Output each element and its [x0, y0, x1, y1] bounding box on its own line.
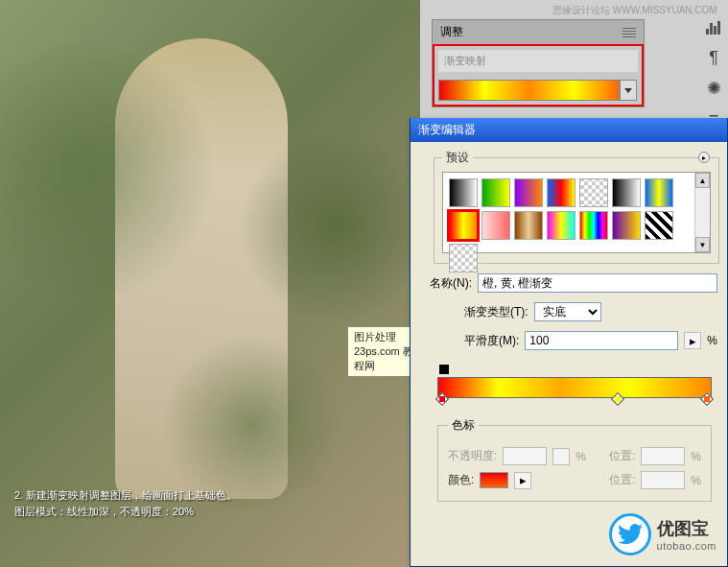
panel-tab-bar: 调整	[433, 20, 644, 44]
preset-swatch[interactable]	[481, 211, 510, 240]
preset-swatch[interactable]	[449, 211, 478, 240]
gradient-editor-dialog: 渐变编辑器 预设 ▲ ▼ ▸ 名称(N): 渐变类型(T): 实底 平滑度(M)…	[410, 118, 728, 567]
position-input	[641, 447, 685, 465]
preset-swatch[interactable]	[449, 244, 478, 272]
position-label: 位置:	[609, 448, 635, 464]
svg-rect-0	[706, 29, 709, 35]
gradient-bar[interactable]	[437, 377, 712, 398]
presets-fieldset: 预设 ▲ ▼ ▸	[434, 150, 719, 264]
wheel-icon[interactable]: ✺	[704, 79, 723, 98]
caption-line: 2. 新建渐变映射调整图层，给画面打上基础色。	[14, 487, 237, 504]
percent-label: %	[575, 450, 586, 463]
dialog-titlebar[interactable]: 渐变编辑器	[411, 118, 727, 142]
opacity-label: 不透明度:	[448, 448, 497, 464]
preset-scrollbar[interactable]: ▲ ▼	[694, 173, 710, 252]
percent-label: %	[691, 474, 701, 487]
opacity-dropdown-icon	[552, 448, 570, 465]
panel-content-highlighted: 渐变映射	[433, 44, 644, 106]
preset-swatch[interactable]	[449, 178, 478, 207]
smooth-input[interactable]	[525, 331, 678, 350]
brand-url: utobao.com	[657, 540, 716, 552]
caption-line: 图层模式：线性加深，不透明度：20%	[14, 504, 237, 520]
preset-flyout-icon[interactable]: ▸	[698, 152, 710, 163]
color-label: 颜色:	[448, 472, 474, 488]
opacity-stop[interactable]	[439, 365, 449, 374]
watermark-top: 思缘设计论坛 WWW.MISSYUAN.COM	[552, 4, 717, 17]
preset-swatch[interactable]	[645, 178, 673, 207]
gradient-dropdown-button[interactable]	[620, 80, 637, 101]
svg-rect-2	[714, 26, 716, 35]
smooth-row: 平滑度(M): ▸ %	[464, 331, 717, 350]
gradient-map-label: 渐变映射	[438, 50, 638, 72]
adjustments-panel: 调整 渐变映射	[432, 19, 645, 107]
gradient-edit-area	[437, 360, 712, 410]
dialog-title: 渐变编辑器	[418, 122, 476, 138]
gradient-preview[interactable]	[438, 80, 620, 101]
position-input-2	[641, 471, 685, 489]
histogram-icon[interactable]	[704, 17, 723, 36]
percent-label: %	[707, 334, 717, 347]
type-row: 渐变类型(T): 实底	[464, 302, 717, 321]
color-stops-row	[437, 398, 712, 410]
panel-menu-icon[interactable]	[622, 28, 636, 37]
type-label: 渐变类型(T):	[464, 304, 528, 320]
paragraph-icon[interactable]: ¶	[704, 48, 723, 67]
preset-swatch[interactable]	[547, 211, 575, 240]
name-row: 名称(N):	[430, 273, 717, 293]
stops-fieldset: 色标 不透明度: % 位置: % 颜色: ▸ 位置: %	[437, 417, 712, 502]
color-well[interactable]	[480, 472, 508, 488]
panel-tab-label[interactable]: 调整	[440, 24, 463, 40]
name-label: 名称(N):	[430, 275, 472, 292]
scroll-down-icon[interactable]: ▼	[695, 237, 710, 252]
preset-swatch[interactable]	[547, 178, 575, 207]
preset-swatch[interactable]	[579, 211, 608, 240]
color-dropdown-icon[interactable]: ▸	[514, 472, 531, 489]
preset-swatch[interactable]	[612, 211, 641, 240]
opacity-row: 不透明度: % 位置: %	[448, 447, 701, 465]
preset-swatch[interactable]	[514, 211, 543, 240]
type-select[interactable]: 实底	[534, 302, 601, 321]
image-bg	[0, 0, 420, 567]
presets-label: 预设	[442, 150, 473, 166]
preset-swatch[interactable]	[481, 178, 510, 207]
image-caption: 2. 新建渐变映射调整图层，给画面打上基础色。 图层模式：线性加深，不透明度：2…	[14, 487, 237, 519]
color-row: 颜色: ▸ 位置: %	[448, 471, 701, 489]
tutorial-image: 2. 新建渐变映射调整图层，给画面打上基础色。 图层模式：线性加深，不透明度：2…	[0, 0, 420, 567]
svg-rect-3	[717, 21, 720, 35]
smooth-label: 平滑度(M):	[464, 333, 519, 349]
svg-rect-1	[710, 23, 713, 35]
percent-label: %	[691, 450, 701, 463]
smooth-dropdown-icon[interactable]: ▸	[684, 332, 701, 349]
right-toolbar: ¶ ✺ ≡	[702, 17, 725, 129]
preset-swatch[interactable]	[579, 178, 608, 207]
name-input[interactable]	[478, 273, 717, 293]
opacity-input	[503, 447, 547, 465]
watermark-text: 优图宝 utobao.com	[657, 517, 716, 552]
preset-swatch[interactable]	[612, 178, 641, 207]
brand-cn: 优图宝	[657, 517, 716, 540]
preset-swatch[interactable]	[645, 211, 673, 240]
stops-label: 色标	[448, 417, 479, 434]
scroll-up-icon[interactable]: ▲	[695, 173, 710, 188]
watermark-logo: 优图宝 utobao.com	[609, 513, 716, 555]
bird-icon	[609, 513, 651, 555]
preset-swatch[interactable]	[514, 178, 543, 207]
preset-grid: ▲ ▼	[442, 172, 711, 253]
position-label: 位置:	[609, 472, 635, 488]
